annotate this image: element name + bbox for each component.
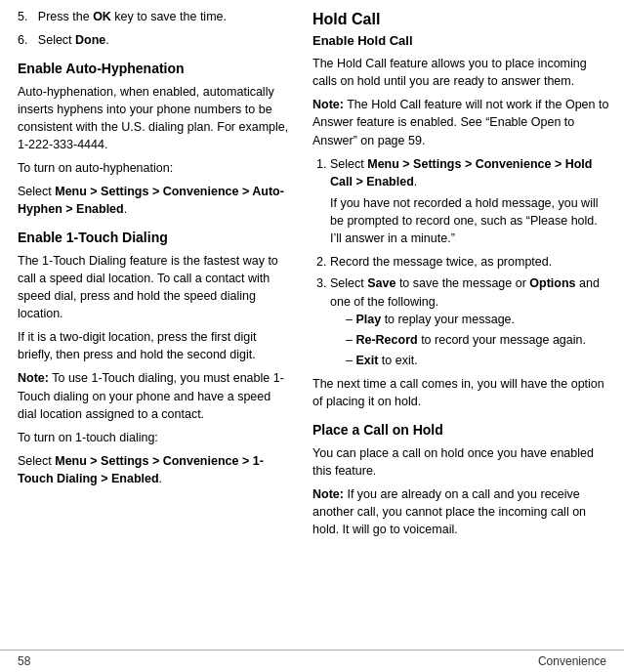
hold-call-steps: Select Menu > Settings > Convenience > H… (330, 155, 610, 369)
hold-call-step-1-sub: If you have not recorded a hold message,… (330, 194, 610, 247)
footer-section-label: Convenience (538, 654, 606, 668)
1touch-instruction: To turn on 1-touch dialing: (18, 429, 291, 446)
auto-hyphenation-desc: Auto-hyphenation, when enabled, automati… (18, 83, 291, 154)
heading-auto-hyphenation: Enable Auto-Hyphenation (18, 59, 291, 78)
option-play: Play to replay your message. (346, 311, 610, 328)
auto-hyphenation-select: Select Menu > Settings > Convenience > A… (18, 183, 291, 218)
hold-call-step-3: Select Save to save the message or Optio… (330, 274, 610, 369)
auto-hyphenation-instruction: To turn on auto-hyphenation: (18, 159, 291, 177)
hold-call-options: Play to replay your message. Re-Record t… (346, 311, 610, 369)
content-area: 5. Press the OK key to save the time. 6.… (0, 0, 624, 650)
step-5: 5. Press the OK key to save the time. (18, 8, 291, 25)
1touch-desc2: If it is a two-digit location, press the… (18, 328, 291, 363)
page-container: 5. Press the OK key to save the time. 6.… (0, 0, 624, 672)
1touch-select: Select Menu > Settings > Convenience > 1… (18, 452, 291, 487)
footer-bar: 58 Convenience (0, 650, 624, 672)
option-exit: Exit to exit. (346, 352, 610, 369)
1touch-desc1: The 1-Touch Dialing feature is the faste… (18, 252, 291, 323)
left-column: 5. Press the OK key to save the time. 6.… (0, 8, 303, 650)
hold-call-step-2: Record the message twice, as prompted. (330, 253, 610, 271)
1touch-note: Note: To use 1-Touch dialing, you must e… (18, 369, 291, 422)
place-hold-note: Note: If you are already on a call and y… (312, 485, 610, 538)
step-6: 6. Select Done. (18, 31, 291, 49)
heading-1touch-dialing: Enable 1-Touch Dialing (18, 228, 291, 247)
heading-place-call-on-hold: Place a Call on Hold (312, 420, 610, 440)
right-column: Hold Call Enable Hold Call The Hold Call… (303, 8, 624, 650)
option-rerecord: Re-Record to record your message again. (346, 331, 610, 349)
hold-call-note1: Note: The Hold Call feature will not wor… (312, 96, 610, 148)
hold-call-step-1: Select Menu > Settings > Convenience > H… (330, 155, 610, 248)
hold-call-after-steps: The next time a call comes in, you will … (312, 375, 610, 410)
hold-call-desc1: The Hold Call feature allows you to plac… (312, 55, 610, 90)
heading-enable-hold-call: Enable Hold Call (312, 32, 610, 51)
footer-page-number: 58 (18, 654, 30, 668)
place-hold-desc1: You can place a call on hold once you ha… (312, 444, 610, 480)
main-heading-hold-call: Hold Call (312, 8, 610, 30)
